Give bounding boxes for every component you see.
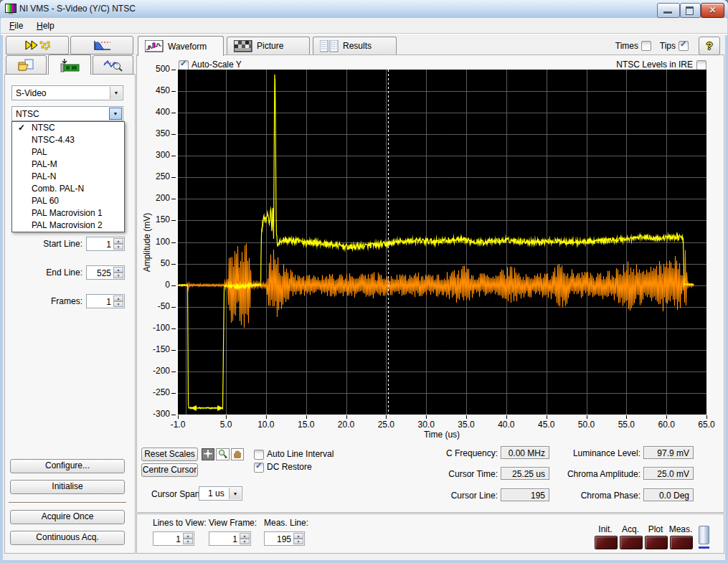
spin-up-icon[interactable]: ▲	[113, 267, 123, 273]
x-tick-mark	[626, 415, 627, 419]
cursor-span-select[interactable]: 1 us ▼	[199, 486, 242, 501]
x-tick-label: 30.0	[410, 420, 442, 430]
tips-label: Tips	[658, 41, 676, 51]
y-tick-label: 350	[138, 128, 170, 138]
run-button[interactable]	[6, 36, 69, 55]
ire-label: NTSC Levels in IRE	[614, 60, 693, 70]
spin-down-icon[interactable]: ▼	[113, 273, 123, 278]
help-button[interactable]: ?	[699, 37, 720, 55]
option-pal[interactable]: PAL	[12, 146, 124, 159]
y-tick-label: 450	[138, 85, 170, 95]
y-tick-mark	[171, 350, 176, 351]
sidebar-separator	[9, 502, 126, 503]
menu-item-file[interactable]: File	[5, 20, 27, 32]
spin-up-icon[interactable]: ▲	[113, 238, 123, 244]
spin-up-icon[interactable]: ▲	[113, 295, 123, 301]
chevron-down-icon[interactable]: ▼	[110, 87, 122, 99]
activity-slider[interactable]	[699, 526, 709, 544]
times-checkbox[interactable]	[641, 41, 651, 51]
x-tick-mark	[226, 415, 227, 419]
check-icon: ✓	[255, 461, 262, 470]
ire-checkbox[interactable]	[696, 60, 706, 70]
standard-select[interactable]: NTSC ▼	[11, 106, 123, 121]
option-comb-pal-n[interactable]: Comb. PAL-N	[12, 183, 124, 195]
histogram-button[interactable]	[70, 36, 133, 55]
x-tick-mark	[587, 415, 587, 419]
chevron-down-icon[interactable]: ▼	[109, 108, 122, 120]
spin-down-icon[interactable]: ▼	[113, 301, 123, 307]
tab-picture[interactable]: Picture	[227, 37, 310, 55]
check-icon: ✓	[180, 59, 186, 68]
auto-line-interval-checkbox[interactable]	[254, 450, 264, 460]
y-tick-label: -50	[138, 301, 170, 311]
tab-results[interactable]: Results	[313, 37, 397, 55]
option-ntsc-443[interactable]: NTSC-4.43	[12, 134, 124, 146]
x-tick-label: 15.0	[290, 420, 322, 430]
option-pal-n[interactable]: PAL-N	[12, 171, 124, 183]
video-connector-select[interactable]: S-Video ▼	[11, 85, 123, 100]
tips-checkbox[interactable]: ✓	[679, 41, 689, 51]
luminance-level-label: Luminance Level:	[542, 448, 640, 458]
option-pal-macrovision-1[interactable]: PAL Macrovision 1	[12, 207, 124, 219]
run-icon	[24, 39, 50, 51]
acq-led	[620, 536, 643, 549]
spin-up-icon[interactable]: ▲	[293, 533, 303, 539]
acquire-once-button[interactable]: Acquire Once	[10, 510, 125, 524]
tab-daq-device[interactable]	[48, 55, 91, 75]
y-tick-mark	[171, 220, 176, 221]
chevron-down-icon[interactable]: ▼	[229, 488, 241, 499]
option-pal-macrovision-2[interactable]: PAL Macrovision 2	[12, 219, 124, 232]
meas-line-input[interactable]: 195 ▲▼	[264, 531, 305, 546]
menu-bar: File Help	[1, 18, 727, 33]
waveform-plot[interactable]	[178, 70, 706, 415]
y-tick-label: 500	[138, 64, 170, 74]
tab-waveform[interactable]: Waveform	[138, 36, 224, 56]
init-led-label: Init.	[591, 524, 620, 534]
autoscale-y-checkbox[interactable]: ✓	[179, 60, 189, 70]
continuous-acq-button[interactable]: Continuous Acq.	[10, 531, 125, 545]
lines-to-view-input[interactable]: 1 ▲▼	[153, 531, 194, 546]
chroma-phase-label: Chroma Phase:	[542, 491, 640, 501]
activity-slider-base	[699, 547, 709, 549]
dc-restore-checkbox[interactable]: ✓	[254, 463, 264, 473]
app-window: NI VMS - S-Video (Y/C) NTSC ✕ File Help	[0, 0, 728, 563]
end-line-input[interactable]: 525 ▲▼	[86, 265, 125, 280]
crosshair-tool-button[interactable]	[202, 448, 214, 460]
option-pal-m[interactable]: PAL-M	[12, 159, 124, 171]
spin-up-icon[interactable]: ▲	[240, 533, 250, 539]
minimize-button[interactable]	[657, 3, 680, 18]
close-button[interactable]: ✕	[701, 3, 724, 18]
spin-down-icon[interactable]: ▼	[183, 539, 193, 544]
spin-up-icon[interactable]: ▲	[183, 533, 193, 539]
signal-analysis-icon	[103, 58, 123, 72]
zoom-tool-button[interactable]	[216, 448, 230, 460]
app-icon	[5, 3, 17, 15]
option-pal-60[interactable]: PAL 60	[12, 195, 124, 207]
initialise-button[interactable]: Initialise	[10, 480, 125, 494]
centre-cursor-button[interactable]: Centre Cursor	[141, 463, 198, 477]
spin-down-icon[interactable]: ▼	[113, 244, 123, 250]
magnifier-icon	[217, 449, 228, 458]
spin-down-icon[interactable]: ▼	[240, 539, 250, 544]
y-tick-mark	[171, 264, 176, 265]
y-tick-label: 0	[138, 280, 170, 290]
maximize-button[interactable]	[680, 3, 701, 18]
meas-led-label: Meas.	[666, 524, 695, 534]
spin-down-icon[interactable]: ▼	[293, 539, 303, 544]
menu-item-help[interactable]: Help	[32, 20, 59, 32]
reset-scales-button[interactable]: Reset Scales	[141, 448, 198, 461]
tab-open-file[interactable]	[6, 55, 47, 75]
configure-button[interactable]: Configure...	[10, 459, 125, 473]
cursor-time-label: Cursor Time:	[416, 469, 498, 479]
pan-tool-button[interactable]	[231, 448, 244, 460]
view-frame-input[interactable]: 1 ▲▼	[209, 531, 251, 546]
y-tick-mark	[171, 70, 176, 70]
x-tick-mark	[346, 415, 347, 419]
minimize-icon	[663, 11, 672, 14]
picture-tab-icon	[234, 40, 252, 52]
dc-restore-label: DC Restore	[267, 462, 312, 472]
tab-signal-analysis[interactable]	[93, 55, 133, 75]
option-ntsc[interactable]: ✓NTSC	[12, 122, 124, 134]
start-line-input[interactable]: 1 ▲▼	[86, 237, 125, 251]
frames-input[interactable]: 1 ▲▼	[86, 294, 125, 308]
